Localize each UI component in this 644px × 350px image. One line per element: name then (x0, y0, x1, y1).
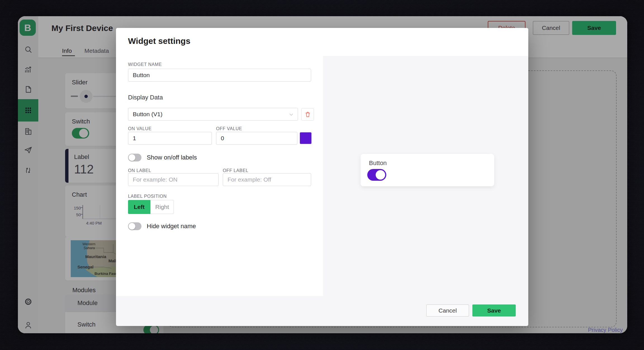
label-position-left-button[interactable]: Left (128, 200, 150, 214)
show-labels-toggle[interactable] (128, 154, 141, 161)
widget-name-label: WIDGET NAME (128, 62, 162, 67)
off-label-input[interactable] (223, 173, 311, 186)
label-position-label: LABEL POSITION (128, 194, 167, 199)
trash-icon (304, 111, 311, 118)
label-position-right-button[interactable]: Right (150, 200, 174, 214)
on-label-input[interactable] (128, 173, 219, 186)
datastream-select[interactable]: Button (V1) (128, 108, 298, 121)
widget-color-swatch[interactable] (300, 132, 312, 144)
show-labels-text: Show on/off labels (147, 154, 197, 161)
off-value-input[interactable] (216, 132, 297, 145)
on-value-input[interactable] (128, 132, 212, 145)
modal-cancel-button[interactable]: Cancel (426, 304, 469, 316)
hide-widget-name-text: Hide widget name (147, 222, 196, 230)
off-value-label: OFF VALUE (216, 126, 242, 131)
on-value-label: ON VALUE (128, 126, 152, 131)
hide-widget-name-toggle[interactable] (128, 222, 141, 230)
remove-datastream-button[interactable] (301, 108, 314, 121)
on-label-label: ON LABEL (128, 168, 151, 173)
modal-title: Widget settings (128, 36, 190, 46)
widget-settings-modal: Widget settings WIDGET NAME Display Data… (116, 28, 528, 326)
preview-widget-title: Button (369, 159, 387, 167)
preview-toggle[interactable] (367, 169, 386, 181)
widget-preview-card: Button (361, 154, 494, 186)
off-label-label: OFF LABEL (223, 168, 248, 173)
modal-save-button[interactable]: Save (472, 304, 516, 316)
app-window: My First Device Delete Cancel Save Info … (18, 16, 627, 333)
display-data-heading: Display Data (128, 94, 163, 101)
widget-name-input[interactable] (128, 69, 311, 82)
datastream-selected-value: Button (V1) (133, 111, 162, 118)
chevron-down-icon (289, 112, 294, 117)
